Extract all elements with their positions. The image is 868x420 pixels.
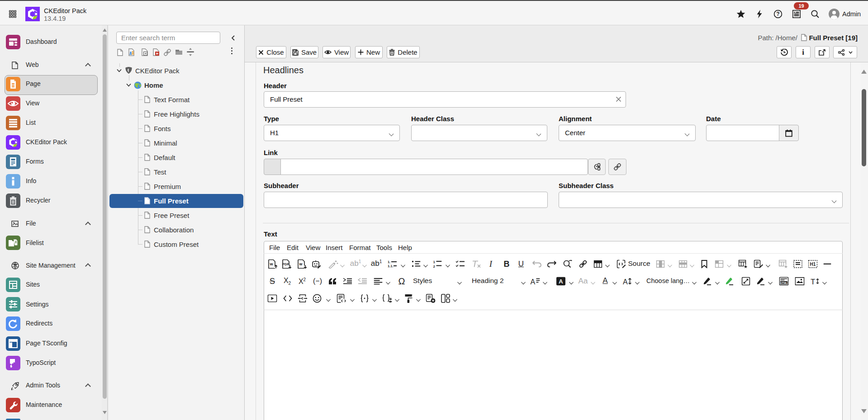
svg-text:1.1.: 1.1. [388,264,394,268]
svg-text:w: w [269,262,273,266]
svg-text:?: ? [776,11,779,17]
svg-text:A: A [559,278,563,285]
svg-text:HTML: HTML [780,282,787,284]
svg-text:1.: 1. [388,260,390,264]
svg-text:PDF: PDF [282,262,289,266]
svg-text:w: w [299,262,303,266]
svg-text:H1: H1 [810,262,816,267]
svg-text:T: T [811,278,815,285]
svg-text:1: 1 [433,260,436,264]
svg-text:A: A [531,278,536,285]
svg-text:A: A [623,278,628,285]
svg-text:2: 2 [433,264,436,268]
